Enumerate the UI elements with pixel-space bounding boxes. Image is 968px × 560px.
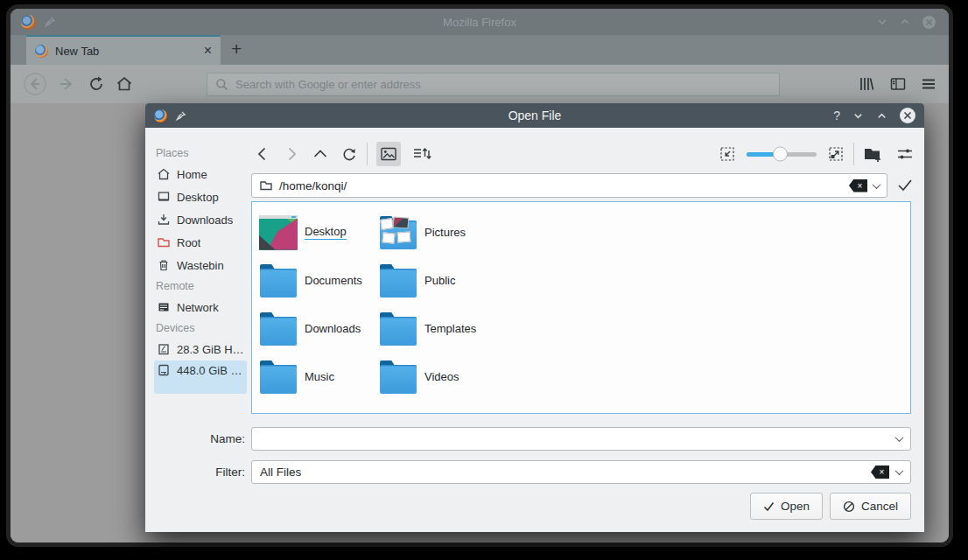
new-tab-button[interactable]: + xyxy=(231,38,242,60)
search-placeholder: Search with Google or enter address xyxy=(235,78,421,91)
reload-icon[interactable] xyxy=(340,145,358,163)
places-header: Places xyxy=(154,144,247,163)
path-dropdown-icon[interactable] xyxy=(873,180,881,189)
help-icon[interactable]: ? xyxy=(833,108,840,122)
check-icon xyxy=(763,501,775,512)
tab-close-icon[interactable]: × xyxy=(204,44,212,58)
sidebar-item-network[interactable]: Network xyxy=(154,296,247,318)
slider-fill xyxy=(747,152,776,157)
path-value: /home/konqi/ xyxy=(279,179,843,192)
filter-input[interactable]: All Files × xyxy=(251,460,911,484)
dialog-maximize-icon[interactable] xyxy=(876,110,887,122)
folder-icon xyxy=(259,358,298,396)
slider-handle[interactable] xyxy=(773,147,788,162)
file-item-videos[interactable]: Videos xyxy=(379,353,499,401)
zoom-out-icon[interactable] xyxy=(719,145,736,163)
sidebar-item-downloads[interactable]: Downloads xyxy=(154,208,247,231)
maximize-icon[interactable] xyxy=(899,16,911,28)
confirm-path-icon[interactable] xyxy=(896,177,914,192)
filter-value: All Files xyxy=(260,466,864,479)
name-dropdown-icon[interactable] xyxy=(895,433,904,442)
library-icon[interactable] xyxy=(858,75,875,93)
preview-toggle-button[interactable] xyxy=(376,142,401,166)
minimize-icon[interactable] xyxy=(876,16,888,28)
remote-header: Remote xyxy=(154,276,247,296)
hamburger-menu-icon[interactable] xyxy=(921,77,936,91)
file-item-downloads[interactable]: Downloads xyxy=(259,304,379,353)
name-input[interactable] xyxy=(251,427,911,451)
close-icon[interactable] xyxy=(922,15,936,30)
dialog-minimize-icon[interactable] xyxy=(852,110,864,122)
home-icon[interactable] xyxy=(116,75,133,93)
new-folder-icon[interactable] xyxy=(863,145,882,163)
firefox-titlebar[interactable]: Mozilla Firefox xyxy=(11,9,949,35)
file-item-public[interactable]: Public xyxy=(379,256,499,304)
desktop-icon xyxy=(157,190,171,204)
folder-path-icon xyxy=(259,178,273,192)
root-folder-icon xyxy=(157,235,171,249)
options-icon[interactable] xyxy=(896,145,914,163)
folder-icon xyxy=(259,262,298,300)
tab-label: New Tab xyxy=(55,45,197,58)
folder-icon xyxy=(259,310,298,348)
file-item-desktop[interactable]: Desktop xyxy=(259,208,379,256)
clear-path-icon[interactable]: × xyxy=(849,179,867,192)
sidebar-item-drive-1[interactable]: 28.3 GiB H… xyxy=(154,338,247,360)
desktop: Mozilla Firefox New Tab × + Search with xyxy=(0,0,968,560)
sidebar-item-home[interactable]: Home xyxy=(154,163,247,186)
trash-icon xyxy=(157,258,171,272)
sort-options-icon[interactable] xyxy=(412,145,431,163)
search-icon xyxy=(215,78,228,91)
dialog-titlebar[interactable]: Open File ? xyxy=(145,103,924,128)
filter-label: Filter: xyxy=(158,466,245,479)
desktop-preview-icon xyxy=(259,215,298,250)
icon-size-slider[interactable] xyxy=(747,152,817,157)
folder-icon xyxy=(379,358,417,396)
back-icon[interactable] xyxy=(23,72,47,96)
forward-icon[interactable] xyxy=(58,74,77,94)
file-item-templates[interactable]: Templates xyxy=(379,304,499,353)
sidebar-item-drive-2[interactable]: 448.0 GiB … xyxy=(154,360,247,394)
folder-images-icon xyxy=(379,214,417,252)
file-item-documents[interactable]: Documents xyxy=(259,256,379,304)
zoom-in-icon[interactable] xyxy=(827,145,845,163)
nav-up-icon[interactable] xyxy=(312,145,329,163)
sidebar-item-root[interactable]: Root xyxy=(154,231,247,254)
file-item-music[interactable]: Music xyxy=(259,353,379,401)
open-file-dialog: Open File ? xyxy=(145,103,924,532)
cancel-icon xyxy=(843,500,855,513)
open-button[interactable]: Open xyxy=(750,493,823,520)
sidebar-item-wastebin[interactable]: Wastebin xyxy=(154,254,247,276)
firefox-tabbar: New Tab × + xyxy=(11,35,949,65)
firefox-navbar: Search with Google or enter address xyxy=(11,65,949,103)
firefox-tab-icon xyxy=(35,45,48,58)
clear-filter-icon[interactable]: × xyxy=(871,466,889,479)
image-preview-icon xyxy=(380,145,397,163)
dialog-title: Open File xyxy=(145,108,924,122)
tab-new-tab[interactable]: New Tab × xyxy=(26,35,221,65)
download-icon xyxy=(157,213,171,227)
file-item-pictures[interactable]: Pictures xyxy=(379,208,499,256)
file-list[interactable]: Desktop Documents Downloads Music xyxy=(251,201,911,414)
home-icon xyxy=(157,167,171,181)
hard-drive-icon xyxy=(157,363,171,377)
nav-forward-icon[interactable] xyxy=(283,145,300,163)
cancel-button[interactable]: Cancel xyxy=(830,493,911,520)
reload-icon[interactable] xyxy=(88,75,105,93)
folder-icon xyxy=(379,310,417,348)
sidebar-toggle-icon[interactable] xyxy=(889,75,907,93)
hard-drive-icon xyxy=(157,342,171,356)
firefox-window-title: Mozilla Firefox xyxy=(11,16,949,29)
dialog-close-icon[interactable] xyxy=(900,108,915,123)
network-icon xyxy=(157,300,171,314)
nav-back-icon[interactable] xyxy=(254,145,271,163)
dialog-toolbar xyxy=(254,138,914,170)
filter-dropdown-icon[interactable] xyxy=(895,466,904,475)
location-bar[interactable]: /home/konqi/ × xyxy=(251,173,887,198)
places-panel: Places Home Desktop Downloads Root Waste… xyxy=(154,144,247,394)
search-input[interactable]: Search with Google or enter address xyxy=(207,73,780,96)
devices-header: Devices xyxy=(154,318,247,338)
folder-icon xyxy=(379,262,417,300)
name-label: Name: xyxy=(158,432,245,445)
sidebar-item-desktop[interactable]: Desktop xyxy=(154,186,247,208)
